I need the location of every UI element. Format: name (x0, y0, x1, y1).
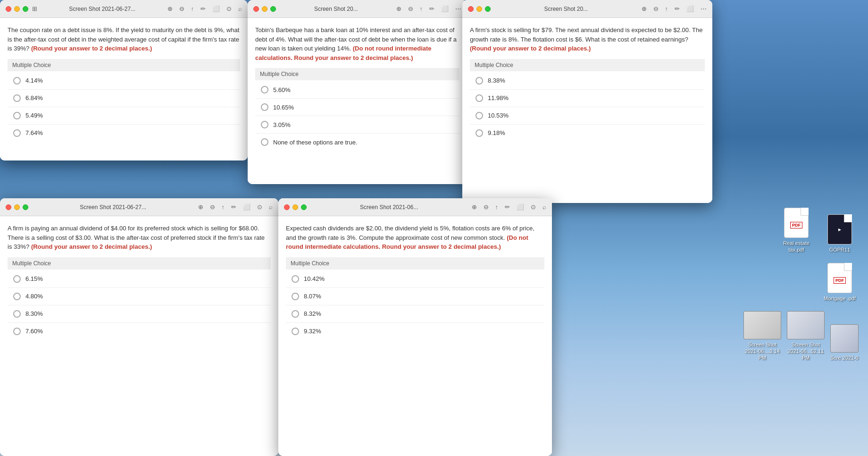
close-button-5[interactable] (284, 204, 290, 210)
minimize-button-2[interactable] (262, 6, 267, 12)
zoom-out-icon-2[interactable]: ⊖ (408, 5, 413, 12)
search-icon-5[interactable]: ⊕ (472, 203, 477, 211)
radio-1-4[interactable] (13, 129, 21, 137)
search-icon-4[interactable]: ⊕ (198, 203, 203, 211)
gopr11-icon[interactable]: ▶ GOPR11 (821, 214, 859, 253)
choice-2-3[interactable]: 3.05% (255, 116, 459, 134)
radio-4-2[interactable] (13, 293, 21, 300)
choice-4-2[interactable]: 4.80% (8, 288, 271, 305)
real-estate-tax-icon[interactable]: PDF Real estate tax.pdf (777, 208, 815, 253)
choice-5-4[interactable]: 9.32% (286, 323, 544, 340)
more-icon-2[interactable]: ⋯ (455, 5, 461, 12)
close-button-1[interactable] (6, 6, 11, 12)
more-icon-3[interactable]: ⋯ (701, 5, 707, 12)
resize-icon-4[interactable]: ⬜ (243, 203, 250, 211)
annotate-icon-2[interactable]: ✏ (429, 5, 434, 12)
find-icon-5[interactable]: ⌕ (542, 203, 546, 211)
radio-4-1[interactable] (13, 275, 21, 283)
radio-2-2[interactable] (261, 103, 268, 111)
choice-5-1[interactable]: 10.42% (286, 270, 544, 288)
choice-1-2[interactable]: 6.84% (8, 90, 240, 107)
radio-5-1[interactable] (292, 275, 299, 283)
zoom-out-icon-5[interactable]: ⊖ (484, 203, 489, 211)
radio-1-3[interactable] (13, 112, 21, 119)
choice-label-1-4: 7.64% (25, 129, 43, 136)
radio-5-3[interactable] (292, 310, 299, 318)
choice-3-1[interactable]: 8.38% (470, 72, 705, 90)
choice-1-3[interactable]: 5.49% (8, 107, 240, 125)
radio-3-1[interactable] (476, 77, 483, 84)
maximize-button-4[interactable] (23, 204, 28, 210)
choice-2-4[interactable]: None of these options are true. (255, 134, 459, 151)
nav-icon-4[interactable]: ⊙ (257, 203, 262, 211)
search-icon-1[interactable]: ⊕ (167, 5, 173, 12)
choice-label-3-4: 9.18% (488, 129, 505, 136)
close-button-4[interactable] (6, 204, 11, 210)
search-icon-2[interactable]: ⊕ (396, 5, 401, 12)
choice-3-4[interactable]: 9.18% (470, 125, 705, 142)
choice-5-3[interactable]: 8.32% (286, 305, 544, 323)
screenshot2-icon[interactable]: Screen Shot 2021-06...52.11 PM (787, 311, 825, 362)
zoom-out-icon-3[interactable]: ⊖ (653, 5, 659, 12)
resize-icon-5[interactable]: ⬜ (517, 203, 524, 211)
share-icon-2[interactable]: ↑ (420, 5, 423, 12)
maximize-button-1[interactable] (23, 6, 28, 12)
radio-1-1[interactable] (13, 77, 21, 84)
minimize-button-5[interactable] (292, 204, 298, 210)
nav-icon-5[interactable]: ⊙ (531, 203, 536, 211)
layout-icon-1[interactable]: ⊞ (32, 5, 37, 12)
nav-icon-1[interactable]: ⊙ (226, 5, 232, 12)
radio-3-2[interactable] (476, 94, 483, 102)
choice-4-3[interactable]: 8.30% (8, 305, 271, 323)
annotate-icon-1[interactable]: ✏ (200, 5, 206, 12)
choice-1-4[interactable]: 7.64% (8, 125, 240, 142)
choice-3-2[interactable]: 11.98% (470, 90, 705, 107)
maximize-button-5[interactable] (301, 204, 307, 210)
annotate-icon-5[interactable]: ✏ (505, 203, 510, 211)
radio-2-1[interactable] (261, 86, 268, 93)
zoom-out-icon-4[interactable]: ⊖ (210, 203, 215, 211)
share-icon-4[interactable]: ↑ (222, 203, 225, 211)
screenshot3-icon[interactable]: Scre 2021-0 (830, 324, 859, 361)
annotate-icon-3[interactable]: ✏ (675, 5, 680, 12)
radio-4-4[interactable] (13, 328, 21, 335)
radio-2-4[interactable] (261, 138, 268, 146)
radio-5-2[interactable] (292, 293, 299, 300)
choice-2-2[interactable]: 10.65% (255, 99, 459, 116)
close-button-3[interactable] (468, 6, 474, 12)
annotate-icon-4[interactable]: ✏ (231, 203, 236, 211)
find-icon-1[interactable]: ⌕ (238, 5, 242, 12)
radio-2-3[interactable] (261, 121, 268, 128)
resize-icon-2[interactable]: ⬜ (441, 5, 449, 12)
search-icon-3[interactable]: ⊕ (642, 5, 647, 12)
choice-4-1[interactable]: 6.15% (8, 270, 271, 288)
resize-icon-3[interactable]: ⬜ (686, 5, 694, 12)
zoom-out-icon-1[interactable]: ⊖ (179, 5, 184, 12)
resize-icon-1[interactable]: ⬜ (212, 5, 220, 12)
mortgage-pdf-label: PDF (834, 277, 846, 284)
choice-3-3[interactable]: 10.53% (470, 107, 705, 125)
screenshot1-icon[interactable]: Screen Shot 2021-06....3.14 PM (743, 311, 781, 362)
find-icon-4[interactable]: ⌕ (269, 203, 273, 211)
window2-right-toolbar: ⊕ ⊖ ↑ ✏ ⬜ ⋯ (396, 5, 462, 12)
maximize-button-2[interactable] (270, 6, 276, 12)
radio-3-3[interactable] (476, 112, 483, 119)
maximize-button-3[interactable] (485, 6, 491, 12)
mortgage-icon[interactable]: PDF Mortgage .pdf (821, 263, 859, 302)
minimize-button-3[interactable] (476, 6, 482, 12)
radio-1-2[interactable] (13, 94, 21, 102)
radio-3-4[interactable] (476, 129, 483, 137)
share-icon-5[interactable]: ↑ (495, 203, 499, 211)
share-icon-1[interactable]: ↑ (191, 5, 194, 12)
choice-1-1[interactable]: 4.14% (8, 72, 240, 90)
close-button-2[interactable] (253, 6, 259, 12)
share-icon-3[interactable]: ↑ (665, 5, 668, 12)
choice-5-2[interactable]: 8.07% (286, 288, 544, 305)
choice-4-4[interactable]: 7.60% (8, 323, 271, 340)
radio-5-4[interactable] (292, 328, 299, 335)
question-body-3: A firm's stock is selling for $79. The n… (470, 26, 702, 43)
choice-2-1[interactable]: 5.60% (255, 81, 459, 99)
radio-4-3[interactable] (13, 310, 21, 318)
minimize-button-1[interactable] (14, 6, 20, 12)
minimize-button-4[interactable] (14, 204, 20, 210)
